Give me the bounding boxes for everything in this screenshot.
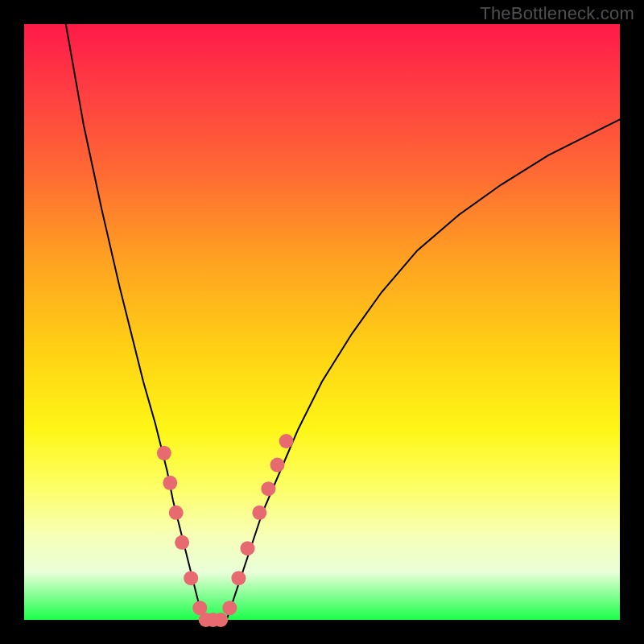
data-dot <box>157 446 171 460</box>
data-dot <box>213 613 228 627</box>
curve-right-branch <box>227 119 620 620</box>
data-dot <box>163 476 177 490</box>
chart-overlay <box>24 24 620 620</box>
watermark-text: TheBottleneck.com <box>480 3 634 24</box>
data-dot <box>184 571 198 585</box>
curve-left-branch <box>66 24 203 620</box>
data-dot <box>252 506 266 520</box>
data-dot <box>279 434 294 448</box>
data-dots <box>157 434 294 627</box>
data-dot <box>222 601 237 615</box>
data-dot <box>241 541 255 555</box>
data-dot <box>175 535 189 550</box>
data-dot <box>169 506 184 520</box>
data-dot <box>231 571 246 585</box>
data-dot <box>270 458 285 473</box>
data-dot <box>261 481 275 496</box>
chart-frame: TheBottleneck.com <box>0 0 644 644</box>
